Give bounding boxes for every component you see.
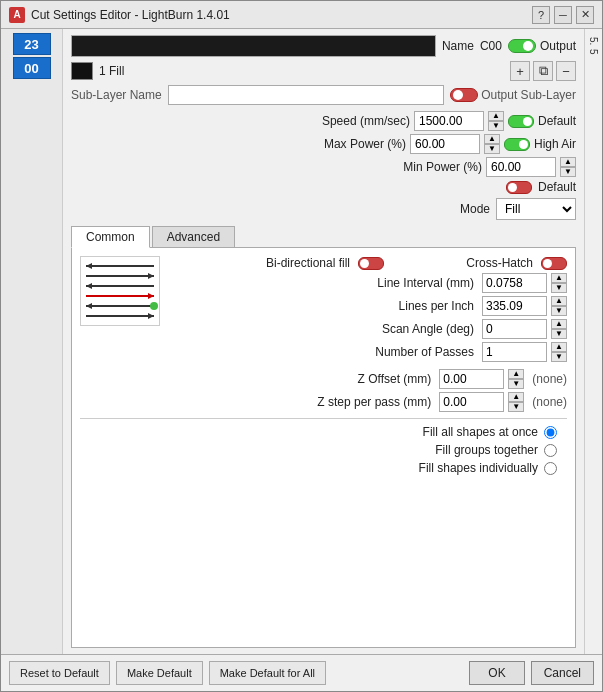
output-toggle[interactable] [508,39,536,53]
speed-default-toggle[interactable] [508,115,534,128]
name-input[interactable] [71,35,436,57]
num-passes-spinner[interactable]: ▲ ▼ [551,342,567,362]
tab-common[interactable]: Common [71,226,150,248]
fill-groups-label: Fill groups together [435,443,538,457]
z-step-spinner[interactable]: ▲ ▼ [508,392,524,412]
scan-angle-up[interactable]: ▲ [551,319,567,329]
min-power-input[interactable] [486,157,556,177]
mode-label: Mode [460,202,490,216]
fill-layer-row: 1 Fill + ⧉ − [71,61,576,81]
minimize-button[interactable]: ─ [554,6,572,24]
main-window: A Cut Settings Editor - LightBurn 1.4.01… [0,0,603,692]
default-label: Default [538,180,576,194]
min-power-spinner[interactable]: ▲ ▼ [560,157,576,177]
name-label: Name [442,39,474,53]
passes-down[interactable]: ▼ [551,352,567,362]
speed-spinner[interactable]: ▲ ▼ [488,111,504,131]
fill-label: 1 Fill [99,64,124,78]
z-offset-spinner[interactable]: ▲ ▼ [508,369,524,389]
high-air-toggle[interactable] [504,138,530,151]
line-interval-down[interactable]: ▼ [551,283,567,293]
z-offset-row: Z Offset (mm) ▲ ▼ (none) [80,369,567,389]
speed-down[interactable]: ▼ [488,121,504,131]
tabs-row: Common Advanced [71,226,576,248]
max-power-down[interactable]: ▼ [484,144,500,154]
scan-angle-down[interactable]: ▼ [551,329,567,339]
lines-per-inch-input[interactable] [482,296,547,316]
output-sublayer-toggle[interactable] [450,88,478,102]
scan-angle-input[interactable] [482,319,547,339]
lines-per-inch-label: Lines per Inch [170,299,474,313]
add-layer-button[interactable]: + [510,61,530,81]
num-passes-input[interactable] [482,342,547,362]
z-step-up[interactable]: ▲ [508,392,524,402]
help-button[interactable]: ? [532,6,550,24]
remove-layer-button[interactable]: − [556,61,576,81]
reset-default-button[interactable]: Reset to Default [9,661,110,685]
line-interval-row: Line Interval (mm) ▲ ▼ [170,273,567,293]
min-power-up[interactable]: ▲ [560,157,576,167]
title-bar: A Cut Settings Editor - LightBurn 1.4.01… [1,1,602,29]
sublayer-input[interactable] [168,85,445,105]
bidirectional-toggle[interactable] [358,257,384,270]
app-icon: A [9,7,25,23]
scan-angle-spinner[interactable]: ▲ ▼ [551,319,567,339]
content-area: 23 00 Name C00 Output 1 Fill + [1,29,602,654]
lpi-down[interactable]: ▼ [551,306,567,316]
bidirectional-label: Bi-directional fill [170,256,350,270]
ok-button[interactable]: OK [469,661,524,685]
fill-groups-row: Fill groups together [80,443,567,457]
speed-suffix: Default [538,114,576,128]
lines-per-inch-spinner[interactable]: ▲ ▼ [551,296,567,316]
max-power-suffix: High Air [534,137,576,151]
speed-input[interactable] [414,111,484,131]
max-power-input[interactable] [410,134,480,154]
fill-preview [80,256,160,326]
fill-all-radio[interactable] [544,426,557,439]
svg-marker-5 [86,283,92,289]
layer-number-00[interactable]: 00 [13,57,51,79]
lpi-up[interactable]: ▲ [551,296,567,306]
mode-select[interactable]: Fill Line Fill+Line [496,198,576,220]
tab-content-common: Bi-directional fill Cross-Hatch Line Int… [71,248,576,648]
layer-number-23[interactable]: 23 [13,33,51,55]
left-panel: 23 00 [1,29,63,654]
z-step-input[interactable] [439,392,504,412]
svg-marker-12 [148,313,154,319]
sublayer-row: Sub-Layer Name Output Sub-Layer [71,85,576,105]
make-default-button[interactable]: Make Default [116,661,203,685]
make-default-all-button[interactable]: Make Default for All [209,661,326,685]
min-power-row: Min Power (%) ▲ ▼ [71,157,576,177]
cancel-button[interactable]: Cancel [531,661,594,685]
close-button[interactable]: ✕ [576,6,594,24]
z-offset-down[interactable]: ▼ [508,379,524,389]
line-interval-input[interactable] [482,273,547,293]
speed-up[interactable]: ▲ [488,111,504,121]
z-offset-up[interactable]: ▲ [508,369,524,379]
crosshatch-toggle[interactable] [541,257,567,270]
z-step-row: Z step per pass (mm) ▲ ▼ (none) [80,392,567,412]
copy-layer-button[interactable]: ⧉ [533,61,553,81]
z-offset-input[interactable] [439,369,504,389]
fill-buttons: + ⧉ − [510,61,576,81]
tab-advanced[interactable]: Advanced [152,226,235,247]
speed-row: Speed (mm/sec) ▲ ▼ Default [71,111,576,131]
passes-up[interactable]: ▲ [551,342,567,352]
max-power-up[interactable]: ▲ [484,134,500,144]
default-toggle[interactable] [506,181,532,194]
right-edge: 5. 5 [584,29,602,654]
color-swatch[interactable] [71,62,93,80]
z-step-down[interactable]: ▼ [508,402,524,412]
line-interval-up[interactable]: ▲ [551,273,567,283]
fill-all-label: Fill all shapes at once [423,425,538,439]
line-interval-spinner[interactable]: ▲ ▼ [551,273,567,293]
name-output-row: Name C00 Output [71,35,576,57]
min-power-label: Min Power (%) [71,160,482,174]
z-offset-none: (none) [532,372,567,386]
bidirectional-row: Bi-directional fill Cross-Hatch [170,256,567,270]
min-power-down[interactable]: ▼ [560,167,576,177]
max-power-spinner[interactable]: ▲ ▼ [484,134,500,154]
scan-angle-label: Scan Angle (deg) [170,322,474,336]
fill-groups-radio[interactable] [544,444,557,457]
fill-individually-radio[interactable] [544,462,557,475]
